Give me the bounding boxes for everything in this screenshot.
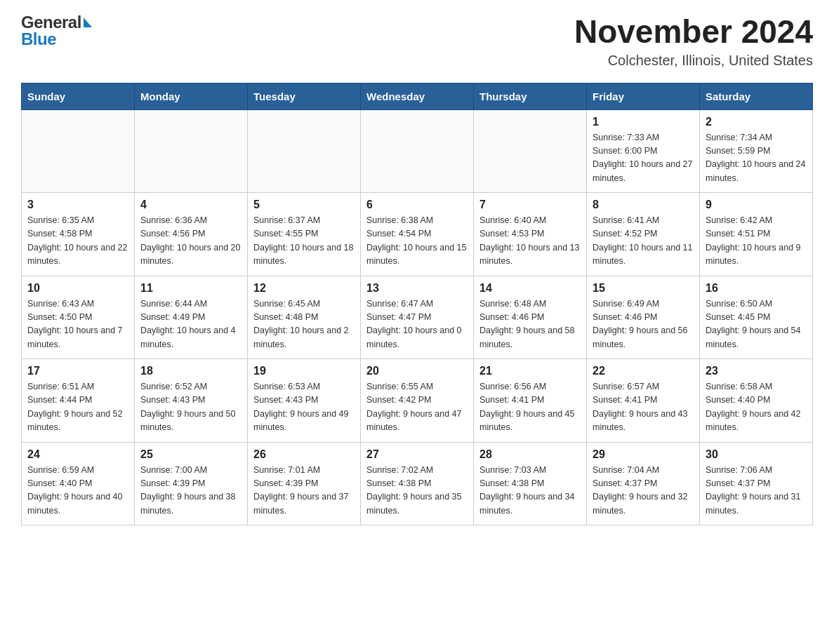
sun-info: Sunrise: 6:58 AMSunset: 4:40 PMDaylight:… — [706, 380, 807, 435]
calendar-cell: 26Sunrise: 7:01 AMSunset: 4:39 PMDayligh… — [248, 442, 361, 525]
col-monday: Monday — [135, 83, 248, 109]
calendar-cell: 20Sunrise: 6:55 AMSunset: 4:42 PMDayligh… — [361, 359, 474, 443]
day-number: 12 — [253, 282, 355, 295]
calendar-cell: 17Sunrise: 6:51 AMSunset: 4:44 PMDayligh… — [22, 359, 135, 443]
page-subtitle: Colchester, Illinois, United States — [574, 53, 813, 69]
col-saturday: Saturday — [700, 83, 813, 109]
calendar-cell — [248, 109, 361, 193]
sun-info: Sunrise: 6:35 AMSunset: 4:58 PMDaylight:… — [27, 214, 128, 269]
calendar-week-row: 1Sunrise: 7:33 AMSunset: 6:00 PMDaylight… — [22, 109, 813, 193]
day-number: 28 — [479, 448, 581, 461]
day-number: 14 — [479, 282, 581, 295]
page-title: November 2024 — [574, 14, 813, 50]
day-number: 22 — [593, 365, 694, 377]
calendar-cell: 3Sunrise: 6:35 AMSunset: 4:58 PMDaylight… — [22, 193, 135, 276]
calendar-cell — [361, 109, 474, 193]
calendar-cell: 14Sunrise: 6:48 AMSunset: 4:46 PMDayligh… — [474, 276, 587, 359]
calendar-cell: 4Sunrise: 6:36 AMSunset: 4:56 PMDaylight… — [135, 193, 248, 276]
calendar-cell: 7Sunrise: 6:40 AMSunset: 4:53 PMDaylight… — [474, 193, 587, 276]
day-number: 23 — [706, 365, 807, 377]
calendar-cell: 6Sunrise: 6:38 AMSunset: 4:54 PMDaylight… — [361, 193, 474, 276]
sun-info: Sunrise: 6:45 AMSunset: 4:48 PMDaylight:… — [253, 297, 355, 352]
sun-info: Sunrise: 7:34 AMSunset: 5:59 PMDaylight:… — [706, 131, 807, 186]
col-sunday: Sunday — [22, 83, 135, 109]
calendar-cell: 9Sunrise: 6:42 AMSunset: 4:51 PMDaylight… — [700, 193, 813, 276]
calendar-cell: 10Sunrise: 6:43 AMSunset: 4:50 PMDayligh… — [22, 276, 135, 359]
sun-info: Sunrise: 6:36 AMSunset: 4:56 PMDaylight:… — [140, 214, 241, 269]
day-number: 3 — [27, 199, 128, 211]
sun-info: Sunrise: 6:44 AMSunset: 4:49 PMDaylight:… — [140, 297, 241, 352]
day-number: 10 — [27, 282, 128, 295]
day-number: 11 — [140, 282, 241, 295]
sun-info: Sunrise: 7:06 AMSunset: 4:37 PMDaylight:… — [706, 464, 807, 518]
day-number: 18 — [140, 365, 241, 377]
col-friday: Friday — [587, 83, 700, 109]
calendar-cell: 1Sunrise: 7:33 AMSunset: 6:00 PMDaylight… — [587, 109, 700, 193]
calendar-cell — [22, 109, 135, 193]
day-number: 7 — [479, 199, 581, 211]
col-tuesday: Tuesday — [248, 83, 361, 109]
sun-info: Sunrise: 7:33 AMSunset: 6:00 PMDaylight:… — [593, 131, 694, 186]
calendar-cell: 5Sunrise: 6:37 AMSunset: 4:55 PMDaylight… — [248, 193, 361, 276]
sun-info: Sunrise: 7:04 AMSunset: 4:37 PMDaylight:… — [593, 464, 694, 518]
day-number: 8 — [593, 199, 694, 211]
calendar-cell: 11Sunrise: 6:44 AMSunset: 4:49 PMDayligh… — [135, 276, 248, 359]
calendar-week-row: 17Sunrise: 6:51 AMSunset: 4:44 PMDayligh… — [22, 359, 813, 443]
calendar-cell: 28Sunrise: 7:03 AMSunset: 4:38 PMDayligh… — [474, 442, 587, 525]
logo: General Blue — [21, 14, 92, 48]
calendar-cell: 8Sunrise: 6:41 AMSunset: 4:52 PMDaylight… — [587, 193, 700, 276]
day-number: 13 — [366, 282, 468, 295]
calendar-week-row: 10Sunrise: 6:43 AMSunset: 4:50 PMDayligh… — [22, 276, 813, 359]
calendar-cell: 18Sunrise: 6:52 AMSunset: 4:43 PMDayligh… — [135, 359, 248, 443]
day-number: 21 — [479, 365, 581, 377]
calendar-table: Sunday Monday Tuesday Wednesday Thursday… — [21, 83, 813, 526]
sun-info: Sunrise: 6:57 AMSunset: 4:41 PMDaylight:… — [593, 380, 694, 435]
sun-info: Sunrise: 6:50 AMSunset: 4:45 PMDaylight:… — [706, 297, 807, 352]
day-number: 1 — [593, 116, 694, 128]
col-wednesday: Wednesday — [361, 83, 474, 109]
calendar-cell: 30Sunrise: 7:06 AMSunset: 4:37 PMDayligh… — [700, 442, 813, 525]
sun-info: Sunrise: 6:43 AMSunset: 4:50 PMDaylight:… — [27, 297, 128, 352]
calendar-cell: 12Sunrise: 6:45 AMSunset: 4:48 PMDayligh… — [248, 276, 361, 359]
day-number: 5 — [253, 199, 355, 211]
sun-info: Sunrise: 6:38 AMSunset: 4:54 PMDaylight:… — [366, 214, 468, 269]
sun-info: Sunrise: 6:51 AMSunset: 4:44 PMDaylight:… — [27, 380, 128, 435]
sun-info: Sunrise: 6:49 AMSunset: 4:46 PMDaylight:… — [593, 297, 694, 352]
day-number: 9 — [706, 199, 807, 211]
logo-blue-text: Blue — [21, 31, 92, 48]
calendar-week-row: 24Sunrise: 6:59 AMSunset: 4:40 PMDayligh… — [22, 442, 813, 525]
calendar-cell — [474, 109, 587, 193]
day-number: 15 — [593, 282, 694, 295]
day-number: 2 — [706, 116, 807, 128]
calendar-cell: 23Sunrise: 6:58 AMSunset: 4:40 PMDayligh… — [700, 359, 813, 443]
sun-info: Sunrise: 6:52 AMSunset: 4:43 PMDaylight:… — [140, 380, 241, 435]
calendar-header-row: Sunday Monday Tuesday Wednesday Thursday… — [22, 83, 813, 109]
sun-info: Sunrise: 6:37 AMSunset: 4:55 PMDaylight:… — [253, 214, 355, 269]
calendar-cell: 29Sunrise: 7:04 AMSunset: 4:37 PMDayligh… — [587, 442, 700, 525]
sun-info: Sunrise: 6:42 AMSunset: 4:51 PMDaylight:… — [706, 214, 807, 269]
day-number: 17 — [27, 365, 128, 377]
sun-info: Sunrise: 7:02 AMSunset: 4:38 PMDaylight:… — [366, 464, 468, 518]
day-number: 30 — [706, 448, 807, 461]
calendar-cell: 19Sunrise: 6:53 AMSunset: 4:43 PMDayligh… — [248, 359, 361, 443]
day-number: 19 — [253, 365, 355, 377]
calendar-cell: 16Sunrise: 6:50 AMSunset: 4:45 PMDayligh… — [700, 276, 813, 359]
sun-info: Sunrise: 6:47 AMSunset: 4:47 PMDaylight:… — [366, 297, 468, 352]
day-number: 6 — [366, 199, 468, 211]
sun-info: Sunrise: 7:00 AMSunset: 4:39 PMDaylight:… — [140, 464, 241, 518]
col-thursday: Thursday — [474, 83, 587, 109]
sun-info: Sunrise: 7:03 AMSunset: 4:38 PMDaylight:… — [479, 464, 581, 518]
day-number: 25 — [140, 448, 241, 461]
day-number: 26 — [253, 448, 355, 461]
day-number: 16 — [706, 282, 807, 295]
sun-info: Sunrise: 6:56 AMSunset: 4:41 PMDaylight:… — [479, 380, 581, 435]
calendar-cell: 21Sunrise: 6:56 AMSunset: 4:41 PMDayligh… — [474, 359, 587, 443]
calendar-cell: 22Sunrise: 6:57 AMSunset: 4:41 PMDayligh… — [587, 359, 700, 443]
calendar-cell: 25Sunrise: 7:00 AMSunset: 4:39 PMDayligh… — [135, 442, 248, 525]
calendar-cell: 13Sunrise: 6:47 AMSunset: 4:47 PMDayligh… — [361, 276, 474, 359]
day-number: 27 — [366, 448, 468, 461]
sun-info: Sunrise: 6:55 AMSunset: 4:42 PMDaylight:… — [366, 380, 468, 435]
day-number: 24 — [27, 448, 128, 461]
sun-info: Sunrise: 6:48 AMSunset: 4:46 PMDaylight:… — [479, 297, 581, 352]
logo-general-text: General — [21, 14, 92, 31]
